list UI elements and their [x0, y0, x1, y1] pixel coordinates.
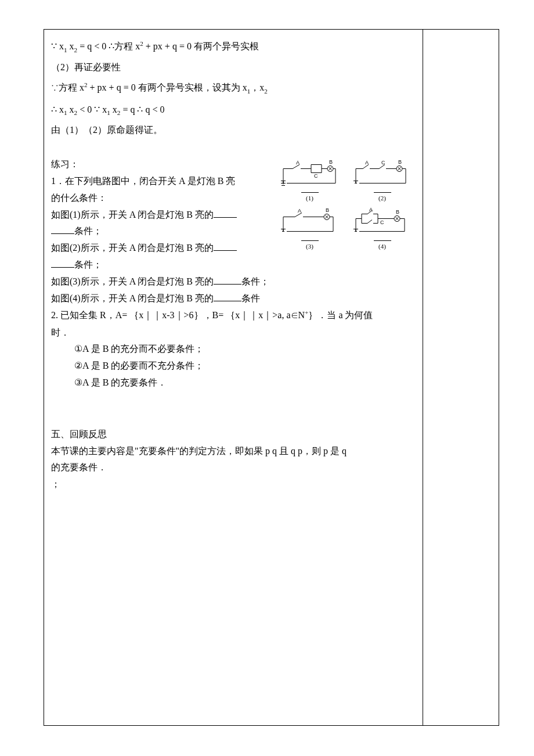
proof-line-2: （2）再证必要性 [51, 59, 416, 76]
circuit-caption-4: (4) [374, 240, 391, 253]
circuit-3: A B (3) [276, 207, 343, 253]
label-c: C [380, 219, 384, 225]
blank-input[interactable] [51, 225, 74, 234]
practice-q2-l1: 2. 已知全集 R，A= ｛x｜｜x-3｜>6｝，B= ｛x｜｜x｜>a, a∈… [51, 307, 416, 324]
text: + px + q = 0 有两个异号实根 [143, 41, 259, 51]
label-b: B [326, 207, 329, 213]
subscript: 2 [264, 88, 268, 95]
blank-input[interactable] [214, 208, 237, 218]
circuit-4: A C B (4) [349, 207, 416, 253]
practice-q1-c3: 如图(3)所示，开关 A 闭合是灯泡 B 亮的条件； [51, 273, 416, 290]
page-frame: ∵ x1 x2 = q < 0 ∴方程 x2 + px + q = 0 有两个异… [44, 29, 499, 726]
label-b: B [329, 159, 333, 165]
review-body-2: 的充要条件． [51, 459, 416, 476]
proof-line-3: ∵方程 x2 + px + q = 0 有两个异号实根，设其为 x1，x2 [51, 79, 416, 97]
text: 条件； [241, 276, 269, 286]
text: ∴ x [51, 105, 64, 114]
proof-line-1: ∵ x1 x2 = q < 0 ∴方程 x2 + px + q = 0 有两个异… [51, 38, 416, 56]
review-body-3: ； [51, 476, 416, 493]
text: x [67, 105, 74, 114]
practice-q1-c4: 如图(4)所示，开关 A 闭合是灯泡 B 亮的条件 [51, 290, 416, 307]
blank-input[interactable] [51, 258, 74, 268]
label-b: B [396, 209, 399, 215]
main-content-cell: ∵ x1 x2 = q < 0 ∴方程 x2 + px + q = 0 有两个异… [44, 30, 423, 725]
review-title: 五、回顾反思 [51, 426, 416, 443]
proof-line-5: 由（1）（2）原命题得证。 [51, 122, 416, 139]
text: = q ∴ q < 0 [120, 105, 164, 114]
circuit-1: A C B (1) [276, 159, 343, 204]
text: ，x [250, 83, 264, 93]
text: x [110, 105, 117, 114]
circuit-caption-1: (1) [301, 192, 319, 204]
review-body-1: 本节课的主要内容是"充要条件"的判定方法，即如果 p q 且 q p，则 p 是… [51, 443, 416, 460]
text: 条件； [74, 260, 102, 269]
blank-input[interactable] [214, 275, 241, 285]
practice-q2-l2: 时． [51, 325, 416, 341]
label-b: B [398, 159, 402, 165]
circuit-2: A C B (2) [349, 159, 416, 204]
text: 如图(1)所示，开关 A 闭合是灯泡 B 亮的 [51, 210, 214, 219]
text: 条件； [74, 226, 102, 236]
text: 如图(3)所示，开关 A 闭合是灯泡 B 亮的 [51, 276, 214, 286]
practice-q2-s2: ②A 是 B 的必要而不充分条件； [51, 358, 416, 375]
label-c: C [314, 173, 318, 179]
circuit-caption-2: (2) [374, 192, 391, 204]
circuit-diagrams: A C B (1) [276, 159, 416, 253]
practice-q1-c2b: 条件； [51, 257, 416, 273]
text: 如图(4)所示，开关 A 闭合是灯泡 B 亮的 [51, 293, 214, 303]
label-a: A [296, 160, 300, 165]
label-a: A [298, 208, 301, 214]
side-column [423, 30, 499, 725]
text: + px + q = 0 有两个异号实根，设其为 x [88, 83, 247, 93]
text: ｝．当 a 为何值 [308, 311, 373, 321]
label-a: A [369, 207, 373, 213]
blank-input[interactable] [214, 292, 241, 301]
text: ∵方程 x [51, 83, 84, 93]
practice-section: A C B (1) [51, 156, 416, 391]
circuit-caption-3: (3) [301, 240, 319, 253]
label-a: A [365, 160, 369, 165]
practice-q2-s1: ①A 是 B 的充分而不必要条件； [51, 341, 416, 358]
text: 如图(2)所示，开关 A 闭合是灯泡 B 亮的 [51, 243, 214, 253]
text: 条件 [241, 293, 260, 303]
text: 2. 已知全集 R，A= ｛x｜｜x-3｜>6｝，B= ｛x｜｜x｜>a, a∈… [51, 311, 305, 321]
practice-q2-s3: ③A 是 B 的充要条件． [51, 375, 416, 391]
label-c: C [381, 160, 385, 165]
proof-line-4: ∴ x1 x2 < 0 ∵ x1 x2 = q ∴ q < 0 [51, 102, 416, 118]
blank-input[interactable] [214, 242, 237, 251]
text: < 0 ∵ x [77, 105, 107, 114]
text: = q < 0 ∴方程 x [77, 41, 140, 51]
text: ∵ x [51, 41, 64, 51]
text: x [67, 41, 74, 51]
